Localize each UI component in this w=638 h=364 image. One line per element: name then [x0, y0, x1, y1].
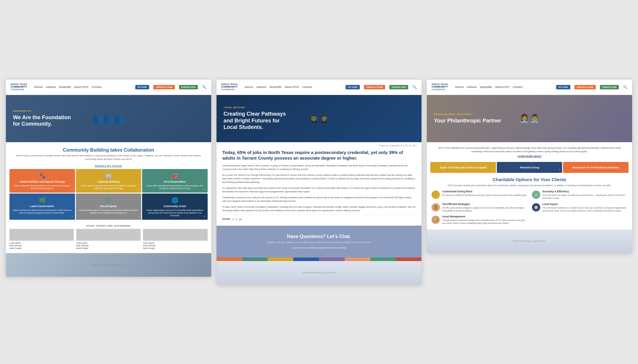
- crisis-arrow: ›: [204, 215, 205, 218]
- colorbar-seg-8: [396, 258, 421, 261]
- charitable-title: Charitable Options for Your Clients: [427, 177, 632, 184]
- colorbar-seg-7: [370, 258, 396, 261]
- twitter-icon[interactable]: t: [236, 217, 237, 221]
- capacity-title: Capacity Building: [97, 180, 120, 183]
- capacity-icon: 🏢: [105, 173, 112, 179]
- article-para-3: On September 15th, Mike Berry and Matt R…: [222, 186, 416, 194]
- customized-content: Customized Giving Plans We structure cha…: [442, 190, 527, 197]
- linkedin-icon[interactable]: in: [239, 217, 242, 221]
- grant-card-capacity[interactable]: 🏢 Capacity Building Toolbox grants help …: [76, 169, 141, 193]
- local-icon: 🏠: [532, 203, 540, 211]
- nav-nonprofits-2[interactable]: Nonprofits: [269, 86, 281, 88]
- feature-card-funds-title: Types of Funds and Assets Accepted: [440, 166, 487, 170]
- p3-intro: NTCF is the charitable arm of your profe…: [427, 142, 632, 162]
- nav-createfund-3[interactable]: CREATE A FUND: [574, 85, 596, 89]
- nav-advisors-3[interactable]: Advisors: [467, 86, 477, 88]
- logo-2: NORTH TEXAS COMMUNITY FOUNDATION: [221, 83, 238, 91]
- bottom-strip-2: PROFESSIONAL ADVISORS: [217, 261, 422, 285]
- feature-card-resources[interactable]: Resources for Professional Advisors ›: [563, 162, 629, 173]
- grants-label-1: GRANTS BY FOCUS: [6, 165, 211, 169]
- hero-title-3: Your Philanthropic Partner: [434, 117, 625, 124]
- nav-advisors-1[interactable]: Advisors: [46, 86, 56, 88]
- nav-myfund-2[interactable]: MY FUND: [346, 85, 360, 89]
- nav-donate-2[interactable]: DONATE NOW: [389, 85, 408, 89]
- nav-connect-1[interactable]: Connect: [92, 86, 102, 88]
- news-card-3: Lorem IpsumDolor Sit AmetAmeri Conject: [143, 229, 207, 250]
- local-title: Local Impact: [543, 203, 627, 206]
- tax-content: Tax-Efficient Strategies We offer giving…: [442, 203, 527, 212]
- logo-bot-1: FOUNDATION: [11, 88, 27, 91]
- article-para-2: As a result, the Tarrant To & Through Pa…: [222, 173, 416, 184]
- racial-text: Grants provide support to nonprofits and…: [79, 209, 139, 217]
- logo-mid-3: COMMUNITY: [432, 86, 448, 88]
- nav-about-3[interactable]: About NTCF: [495, 86, 510, 88]
- grant-card-crisis[interactable]: 🌐 Community Crisis Grants rapidly deploy…: [142, 194, 208, 220]
- search-icon-1[interactable]: 🔍: [202, 85, 206, 89]
- grant-card-racial[interactable]: ⚖️ Racial Equity Grants provide support …: [76, 194, 141, 220]
- feature-card-row: Types of Funds and Assets Accepted › Pla…: [427, 162, 632, 177]
- intro-text: NTCF is the charitable arm of your profe…: [433, 146, 626, 153]
- news-label-1: GOOD THINGS ARE HAPPENING: [6, 222, 211, 229]
- crisis-title: Community Crisis: [163, 205, 186, 208]
- nav-donate-1[interactable]: DONATE NOW: [179, 85, 198, 89]
- nav-myfund-3[interactable]: MY FUND: [556, 85, 570, 89]
- logo-1: NORTH TEXAS COMMUNITY FOUNDATION: [11, 83, 27, 91]
- racial-icon: ⚖️: [105, 197, 112, 204]
- nav-donate-3[interactable]: DONATE NOW: [600, 85, 619, 89]
- nav-donors-2[interactable]: Donors: [245, 86, 253, 88]
- facebook-icon[interactable]: f: [233, 217, 234, 221]
- nav-myfund-1[interactable]: MY FUND: [135, 85, 149, 89]
- section-subtitle-1: North Texas Community Foundation works w…: [6, 154, 211, 165]
- hero-label-2: THINK BEYOND: [224, 106, 415, 109]
- nav-createfund-1[interactable]: CREATE A FUND: [153, 85, 175, 89]
- feature-card-resources-title: Resources for Professional Advisors: [572, 166, 619, 170]
- nav-connect-3[interactable]: Connect: [513, 86, 523, 88]
- search-icon-3[interactable]: 🔍: [623, 85, 627, 89]
- crisis-icon: 🌐: [172, 197, 178, 204]
- economy-icon: ⚡: [532, 191, 540, 199]
- learn-more-btn[interactable]: LEARN MORE ABOUT: [433, 155, 626, 157]
- bottom-strip-3: PROFESSIONAL ADVISORS: [427, 229, 632, 253]
- animal-text: Grants support the needs of animals in o…: [12, 184, 72, 190]
- animal-arrow: ›: [71, 188, 72, 191]
- hero-1: 👥👥👥 NONPROFITS We Are the Foundationfor …: [6, 95, 211, 142]
- land-icon: 🌿: [39, 197, 45, 204]
- nav-donors-1[interactable]: Donors: [34, 86, 43, 88]
- news-card-2: Lorem IpsumDolor Sit AmetAmeri Conject: [76, 229, 141, 250]
- news-text-3: Lorem IpsumDolor Sit AmetAmeri Conject: [143, 242, 207, 250]
- option-asset: 💵 Asset Management Through superior inve…: [432, 215, 527, 225]
- option-economy: ⚡ Economy & Efficiency Due to the size o…: [532, 190, 627, 200]
- feature-card-planned[interactable]: Planned Giving ›: [497, 162, 562, 173]
- news-card-1: Lorem IpsumDolor Sit AmetAmeri Conject: [9, 229, 74, 250]
- nav-nonprofits-3[interactable]: Nonprofits: [480, 86, 492, 88]
- nav-createfund-2[interactable]: CREATE A FUND: [364, 85, 385, 89]
- grant-card-responders[interactable]: 🚒 First Responders Grants offer immediat…: [142, 169, 208, 193]
- nav-links-1: Donors Advisors Nonprofits About NTCF Co…: [34, 86, 131, 88]
- grant-card-land[interactable]: 🌿 Land Conservation Grants fund land and…: [9, 194, 75, 220]
- nav-about-2[interactable]: About NTCF: [284, 86, 299, 88]
- grant-card-animal[interactable]: 🐾 Animal Welfare and Equine Therapy Gran…: [9, 169, 75, 193]
- land-arrow: ›: [71, 215, 72, 218]
- hero-2: 👨‍🎓👩‍🎓 THINK BEYOND Creating Clear Pathw…: [217, 95, 422, 142]
- hero-3: 👩‍💼👨‍💼 PROFESSIONAL ADVISORS Your Philan…: [427, 95, 632, 142]
- customized-title: Customized Giving Plans: [442, 190, 527, 193]
- nav-about-1[interactable]: About NTCF: [74, 86, 89, 88]
- responders-text: Grants offer immediate financial assista…: [145, 184, 205, 190]
- search-icon-2[interactable]: 🔍: [412, 85, 417, 89]
- option-customized: 💰 Customized Giving Plans We structure c…: [432, 190, 527, 200]
- logo-bot-2: FOUNDATION: [221, 88, 238, 91]
- article-para-1: Understanding the urgent need to find a …: [222, 164, 416, 171]
- nav-advisors-2[interactable]: Advisors: [256, 86, 266, 88]
- nav-connect-2[interactable]: Connect: [302, 86, 312, 88]
- responders-arrow: ›: [204, 188, 205, 191]
- logo-3: NORTH TEXAS COMMUNITY FOUNDATION: [432, 83, 448, 91]
- main-section-1: Community Building takes Collaboration N…: [6, 142, 211, 253]
- nav-nonprofits-1[interactable]: Nonprofits: [59, 86, 71, 88]
- nav-donors-3[interactable]: Donors: [455, 86, 464, 88]
- nav-links-2: Donors Advisors Nonprofits About NTCF Co…: [245, 86, 341, 88]
- colorbar-seg-1: [217, 258, 242, 261]
- economy-text: Due to the size of our assets, we retain…: [543, 194, 627, 200]
- colorbar-seg-2: [242, 258, 268, 261]
- share-label: SHARE: [222, 218, 230, 220]
- feature-card-funds[interactable]: Types of Funds and Assets Accepted ›: [430, 162, 496, 173]
